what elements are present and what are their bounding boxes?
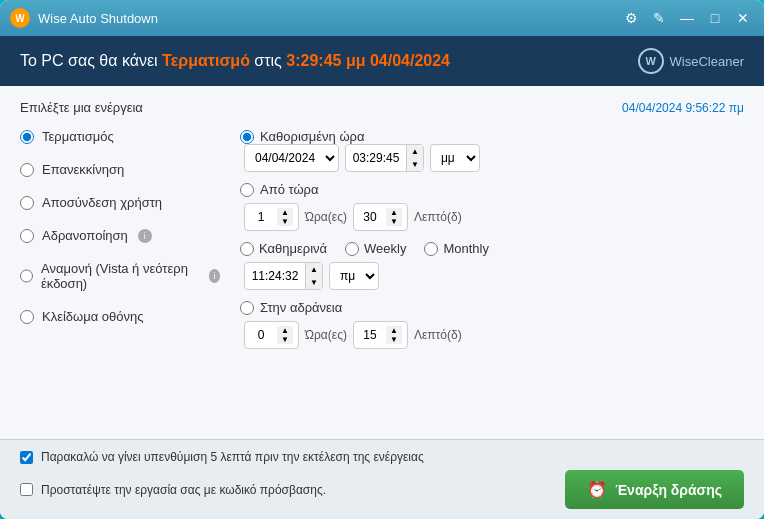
minutes-input[interactable]: ▲ ▼ — [353, 203, 408, 231]
sched-ampm-select[interactable]: πμ μμ — [329, 262, 379, 290]
idle-minutes-down-btn[interactable]: ▼ — [386, 335, 402, 344]
minutes-unit: Λεπτό(δ) — [414, 210, 462, 224]
monthly-label: Monthly — [443, 241, 489, 256]
header-title: Το PC σας θα κάνει Τερματισμό στις 3:29:… — [20, 52, 450, 70]
idle-hours-unit: Ώρα(ες) — [305, 328, 347, 342]
minutes-up-btn[interactable]: ▲ — [386, 208, 402, 217]
idle-hours-field[interactable] — [245, 328, 277, 342]
close-button[interactable]: ✕ — [732, 7, 754, 29]
fixed-time-option[interactable]: Καθορισμένη ώρα — [240, 129, 744, 144]
from-now-section: Από τώρα ▲ ▼ Ώρα(ες) — [240, 182, 744, 231]
action-shutdown[interactable]: Τερματισμός — [20, 129, 220, 144]
hours-unit: Ώρα(ες) — [305, 210, 347, 224]
daily-option[interactable]: Καθημερινά — [240, 241, 327, 256]
hours-field[interactable] — [245, 210, 277, 224]
action-restart[interactable]: Επανεκκίνηση — [20, 162, 220, 177]
action-logout[interactable]: Αποσύνδεση χρήστη — [20, 195, 220, 210]
date-select[interactable]: 04/04/2024 — [244, 144, 339, 172]
sched-time-input[interactable]: ▲ ▼ — [244, 262, 323, 290]
minutes-down-btn[interactable]: ▼ — [386, 217, 402, 226]
sleep-label: Αναμονή (Vista ή νεότερη έκδοση) — [41, 261, 199, 291]
sleep-radio[interactable] — [20, 269, 33, 283]
idle-minutes-field[interactable] — [354, 328, 386, 342]
footer: Παρακαλώ να γίνει υπενθύμιση 5 λεπτά πρι… — [0, 439, 764, 519]
fixed-time-label: Καθορισμένη ώρα — [260, 129, 364, 144]
logout-label: Αποσύνδεση χρήστη — [42, 195, 162, 210]
reminder-check-row[interactable]: Παρακαλώ να γίνει υπενθύμιση 5 λεπτά πρι… — [20, 450, 744, 464]
fixed-time-section: Καθορισμένη ώρα 04/04/2024 ▲ ▼ — [240, 129, 744, 172]
from-now-radio[interactable] — [240, 183, 254, 197]
action-lock[interactable]: Κλείδωμα οθόνης — [20, 309, 220, 324]
title-bar: W Wise Auto Shutdown ⚙ ✎ — □ ✕ — [0, 0, 764, 36]
time-input[interactable]: ▲ ▼ — [345, 144, 424, 172]
idle-minutes-input[interactable]: ▲ ▼ — [353, 321, 408, 349]
idle-label: Στην αδράνεια — [260, 300, 342, 315]
content-area: Επιλέξτε μια ενέργεια 04/04/2024 9:56:22… — [0, 86, 764, 439]
idle-hours-input[interactable]: ▲ ▼ — [244, 321, 299, 349]
from-now-option[interactable]: Από τώρα — [240, 182, 744, 197]
password-checkbox[interactable] — [20, 483, 33, 496]
minimize-button[interactable]: — — [676, 7, 698, 29]
password-label: Προστατέψτε την εργασία σας με κωδικό πρ… — [41, 483, 326, 497]
time-field[interactable] — [346, 151, 406, 165]
action-sleep[interactable]: Αναμονή (Vista ή νεότερη έκδοση) i — [20, 261, 220, 291]
fixed-time-inputs: 04/04/2024 ▲ ▼ μμ πμ — [244, 144, 744, 172]
settings-button[interactable]: ⚙ — [620, 7, 642, 29]
weekly-option[interactable]: Weekly — [345, 241, 406, 256]
weekly-radio[interactable] — [345, 242, 359, 256]
time-spinners: ▲ ▼ — [406, 145, 423, 171]
footer-bottom-row: Προστατέψτε την εργασία σας με κωδικό πρ… — [20, 470, 744, 509]
reminder-label: Παρακαλώ να γίνει υπενθύμιση 5 λεπτά πρι… — [41, 450, 424, 464]
window-title: Wise Auto Shutdown — [38, 11, 620, 26]
top-row: Επιλέξτε μια ενέργεια 04/04/2024 9:56:22… — [20, 100, 744, 115]
header-connector: στις — [254, 52, 281, 69]
schedule-section: Καθημερινά Weekly Monthly — [240, 241, 744, 290]
minutes-field[interactable] — [354, 210, 386, 224]
header-time: 3:29:45 μμ 04/04/2024 — [286, 52, 450, 69]
maximize-button[interactable]: □ — [704, 7, 726, 29]
start-button[interactable]: ⏰ Έναρξη δράσης — [565, 470, 744, 509]
time-up-btn[interactable]: ▲ — [407, 145, 423, 158]
hours-up-btn[interactable]: ▲ — [277, 208, 293, 217]
idle-minutes-up-btn[interactable]: ▲ — [386, 326, 402, 335]
logout-radio[interactable] — [20, 196, 34, 210]
app-window: W Wise Auto Shutdown ⚙ ✎ — □ ✕ Το PC σας… — [0, 0, 764, 519]
idle-section: Στην αδράνεια ▲ ▼ Ώρα(ες) — [240, 300, 744, 349]
idle-option[interactable]: Στην αδράνεια — [240, 300, 744, 315]
sched-time-field[interactable] — [245, 269, 305, 283]
schedule-time-row: ▲ ▼ πμ μμ — [244, 262, 744, 290]
sched-time-down-btn[interactable]: ▼ — [306, 276, 322, 289]
monthly-option[interactable]: Monthly — [424, 241, 489, 256]
main-grid: Τερματισμός Επανεκκίνηση Αποσύνδεση χρήσ… — [20, 129, 744, 359]
restart-radio[interactable] — [20, 163, 34, 177]
fixed-time-radio[interactable] — [240, 130, 254, 144]
wisecleaner-logo: W WiseCleaner — [638, 48, 744, 74]
shutdown-radio[interactable] — [20, 130, 34, 144]
left-column: Τερματισμός Επανεκκίνηση Αποσύνδεση χρήσ… — [20, 129, 220, 359]
right-column: Καθορισμένη ώρα 04/04/2024 ▲ ▼ — [240, 129, 744, 359]
password-check-row[interactable]: Προστατέψτε την εργασία σας με κωδικό πρ… — [20, 483, 326, 497]
start-icon: ⏰ — [587, 480, 607, 499]
wc-icon: W — [638, 48, 664, 74]
idle-radio[interactable] — [240, 301, 254, 315]
idle-hours-down-btn[interactable]: ▼ — [277, 335, 293, 344]
time-down-btn[interactable]: ▼ — [407, 158, 423, 171]
idle-hours-up-btn[interactable]: ▲ — [277, 326, 293, 335]
reminder-checkbox[interactable] — [20, 451, 33, 464]
monthly-radio[interactable] — [424, 242, 438, 256]
header-action: Τερματισμό — [162, 52, 250, 69]
lock-radio[interactable] — [20, 310, 34, 324]
hours-down-btn[interactable]: ▼ — [277, 217, 293, 226]
action-hibernate[interactable]: Αδρανοποίηση i — [20, 228, 220, 243]
hours-spinners: ▲ ▼ — [277, 208, 293, 226]
idle-hours-spinners: ▲ ▼ — [277, 326, 293, 344]
hibernate-radio[interactable] — [20, 229, 34, 243]
hours-input[interactable]: ▲ ▼ — [244, 203, 299, 231]
lock-label: Κλείδωμα οθόνης — [42, 309, 144, 324]
edit-button[interactable]: ✎ — [648, 7, 670, 29]
from-now-inputs: ▲ ▼ Ώρα(ες) ▲ ▼ Λεπτό(δ) — [244, 203, 744, 231]
weekly-label: Weekly — [364, 241, 406, 256]
sched-time-up-btn[interactable]: ▲ — [306, 263, 322, 276]
daily-radio[interactable] — [240, 242, 254, 256]
ampm-select[interactable]: μμ πμ — [430, 144, 480, 172]
